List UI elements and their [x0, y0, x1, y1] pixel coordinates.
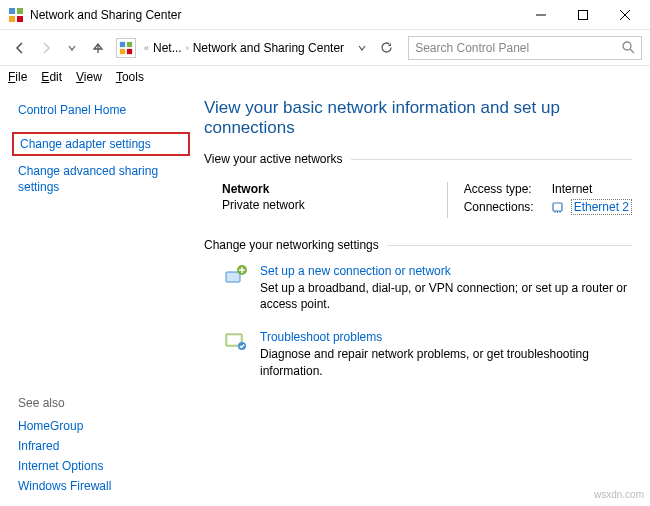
svg-rect-2 [9, 16, 15, 22]
forward-button[interactable] [34, 36, 58, 60]
menubar: File Edit View Tools [0, 66, 650, 88]
sidebar-infrared[interactable]: Infrared [18, 436, 190, 456]
menu-view[interactable]: View [76, 70, 102, 84]
menu-edit[interactable]: Edit [41, 70, 62, 84]
svg-rect-11 [120, 48, 125, 53]
maximize-button[interactable] [562, 0, 604, 30]
svg-rect-1 [17, 8, 23, 14]
breadcrumb[interactable]: « Net... › Network and Sharing Center [142, 36, 350, 60]
sidebar-internet-options[interactable]: Internet Options [18, 456, 190, 476]
setup-connection-item: Set up a new connection or network Set u… [222, 264, 632, 312]
breadcrumb-item[interactable]: Network and Sharing Center [193, 41, 344, 55]
sidebar-change-adapter[interactable]: Change adapter settings [12, 132, 190, 156]
recent-dropdown[interactable] [60, 36, 84, 60]
address-dropdown[interactable] [352, 44, 372, 52]
page-heading: View your basic network information and … [204, 98, 632, 138]
troubleshoot-icon [222, 330, 250, 352]
refresh-button[interactable] [374, 41, 398, 54]
sidebar-control-panel-home[interactable]: Control Panel Home [18, 100, 190, 120]
svg-rect-9 [120, 41, 125, 46]
up-button[interactable] [86, 36, 110, 60]
setup-connection-link[interactable]: Set up a new connection or network [260, 264, 451, 278]
setup-connection-desc: Set up a broadband, dial-up, or VPN conn… [260, 280, 632, 312]
search-input[interactable] [415, 41, 622, 55]
back-button[interactable] [8, 36, 32, 60]
change-settings-label: Change your networking settings [204, 238, 632, 252]
main-content: View your basic network information and … [200, 88, 650, 506]
titlebar: Network and Sharing Center [0, 0, 650, 30]
network-details: Access type: Internet Connections: Ether… [447, 182, 632, 218]
see-also-label: See also [18, 396, 190, 410]
access-type-label: Access type: [464, 182, 544, 196]
ethernet-icon [552, 200, 563, 214]
search-box[interactable] [408, 36, 642, 60]
body: Control Panel Home Change adapter settin… [0, 88, 650, 506]
chevron-icon: « [144, 43, 149, 53]
svg-rect-3 [17, 16, 23, 22]
troubleshoot-link[interactable]: Troubleshoot problems [260, 330, 382, 344]
setup-connection-icon [222, 264, 250, 286]
settings-list: Set up a new connection or network Set u… [204, 258, 632, 379]
network-name: Network [222, 182, 447, 196]
minimize-button[interactable] [520, 0, 562, 30]
sidebar-change-advanced[interactable]: Change advanced sharing settings [18, 162, 190, 197]
network-summary: Network Private network [222, 182, 447, 218]
watermark: wsxdn.com [594, 489, 644, 500]
sidebar: Control Panel Home Change adapter settin… [0, 88, 200, 506]
svg-rect-12 [127, 48, 132, 53]
active-networks: Network Private network Access type: Int… [204, 172, 632, 238]
troubleshoot-item: Troubleshoot problems Diagnose and repai… [222, 330, 632, 378]
sidebar-windows-firewall[interactable]: Windows Firewall [18, 476, 190, 496]
svg-line-14 [630, 49, 634, 53]
address-icon[interactable] [116, 38, 136, 58]
svg-rect-0 [9, 8, 15, 14]
sidebar-homegroup[interactable]: HomeGroup [18, 416, 190, 436]
connections-label: Connections: [464, 200, 544, 214]
svg-rect-5 [579, 10, 588, 19]
close-button[interactable] [604, 0, 646, 30]
menu-file[interactable]: File [8, 70, 27, 84]
toolbar: « Net... › Network and Sharing Center [0, 30, 650, 66]
svg-rect-22 [228, 336, 240, 344]
breadcrumb-item[interactable]: Net... [153, 41, 182, 55]
svg-rect-15 [553, 203, 562, 211]
network-type: Private network [222, 198, 447, 212]
svg-rect-10 [127, 41, 132, 46]
window-title: Network and Sharing Center [30, 8, 181, 22]
svg-point-13 [623, 42, 631, 50]
access-type-value: Internet [552, 182, 593, 196]
search-icon[interactable] [622, 41, 635, 54]
chevron-right-icon: › [186, 43, 189, 53]
active-networks-label: View your active networks [204, 152, 632, 166]
menu-tools[interactable]: Tools [116, 70, 144, 84]
troubleshoot-desc: Diagnose and repair network problems, or… [260, 346, 632, 378]
svg-rect-19 [226, 272, 240, 282]
connection-link[interactable]: Ethernet 2 [571, 199, 632, 215]
app-icon [8, 7, 24, 23]
